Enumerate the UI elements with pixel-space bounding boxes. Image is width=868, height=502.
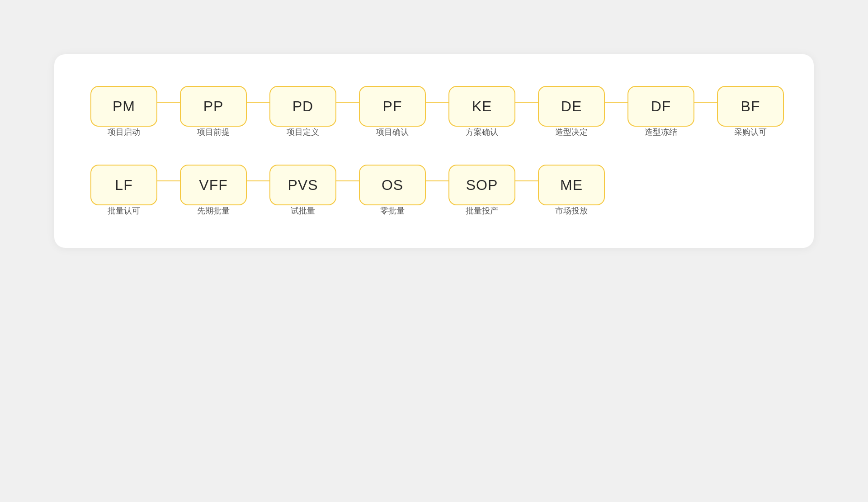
flow-step-bf: BF采购认可 [717, 86, 784, 137]
node-label-pf: 项目确认 [376, 127, 409, 137]
connector-4 [515, 102, 538, 103]
flow-step-pp: PP项目前提 [180, 86, 247, 137]
flow-step-pf: PF项目确认 [359, 86, 426, 137]
flow-step-me: ME市场投放 [538, 165, 605, 216]
node-label-me: 市场投放 [555, 205, 588, 216]
flow-step-os: OS零批量 [359, 165, 426, 216]
node-label-os: 零批量 [380, 205, 405, 216]
node-box-pp: PP [180, 86, 247, 127]
node-label-ke: 方案确认 [466, 127, 498, 137]
connector-0 [157, 102, 180, 103]
node-label-pd: 项目定义 [287, 127, 319, 137]
flow-step-de: DE造型决定 [538, 86, 605, 137]
flow-step-df: DF造型冻结 [627, 86, 694, 137]
node-label-sop: 批量投产 [466, 205, 498, 216]
connector-r2-0 [157, 180, 180, 182]
connector-5 [605, 102, 627, 103]
node-box-df: DF [627, 86, 694, 127]
connector-r2-1 [247, 180, 269, 182]
connector-r2-4 [515, 180, 538, 182]
node-box-pm: PM [90, 86, 157, 127]
flow-row-2: LF批量认可VFF先期批量PVS试批量OS零批量SOP批量投产ME市场投放 [90, 165, 778, 216]
node-box-vff: VFF [180, 165, 247, 205]
node-box-lf: LF [90, 165, 157, 205]
flow-step-pd: PD项目定义 [269, 86, 336, 137]
connector-r2-3 [426, 180, 448, 182]
flow-step-pvs: PVS试批量 [269, 165, 336, 216]
connector-2 [336, 102, 359, 103]
flow-step-lf: LF批量认可 [90, 165, 157, 216]
connector-3 [426, 102, 448, 103]
page-wrapper: PM项目启动PP项目前提PD项目定义PF项目确认KE方案确认DE造型决定DF造型… [0, 0, 868, 502]
connector-6 [694, 102, 717, 103]
flow-step-sop: SOP批量投产 [448, 165, 515, 216]
node-label-pm: 项目启动 [108, 127, 140, 137]
node-label-pp: 项目前提 [197, 127, 230, 137]
node-label-vff: 先期批量 [197, 205, 230, 216]
node-box-os: OS [359, 165, 426, 205]
process-card: PM项目启动PP项目前提PD项目定义PF项目确认KE方案确认DE造型决定DF造型… [54, 54, 814, 248]
node-box-pd: PD [269, 86, 336, 127]
flow-step-pm: PM项目启动 [90, 86, 157, 137]
node-box-sop: SOP [448, 165, 515, 205]
node-box-ke: KE [448, 86, 515, 127]
node-label-bf: 采购认可 [734, 127, 767, 137]
flow-step-ke: KE方案确认 [448, 86, 515, 137]
node-box-me: ME [538, 165, 605, 205]
node-box-pf: PF [359, 86, 426, 127]
node-box-bf: BF [717, 86, 784, 127]
node-label-lf: 批量认可 [108, 205, 140, 216]
node-label-de: 造型决定 [555, 127, 588, 137]
node-label-pvs: 试批量 [291, 205, 315, 216]
connector-r2-2 [336, 180, 359, 182]
connector-1 [247, 102, 269, 103]
flow-step-vff: VFF先期批量 [180, 165, 247, 216]
node-box-pvs: PVS [269, 165, 336, 205]
flow-row-1: PM项目启动PP项目前提PD项目定义PF项目确认KE方案确认DE造型决定DF造型… [90, 86, 778, 137]
node-box-de: DE [538, 86, 605, 127]
node-label-df: 造型冻结 [645, 127, 677, 137]
